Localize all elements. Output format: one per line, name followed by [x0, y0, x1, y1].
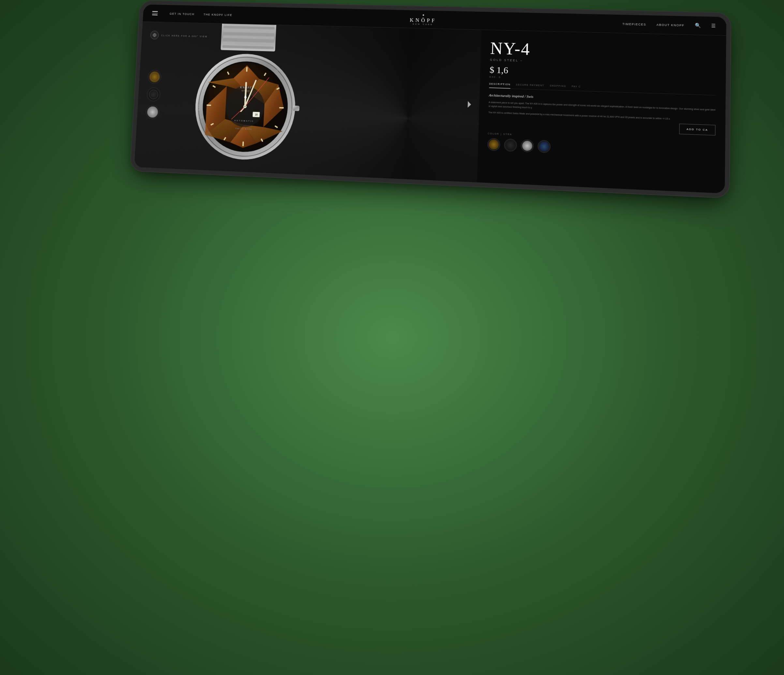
- thumbnail-watch-3: [147, 106, 158, 118]
- svg-rect-5: [215, 178, 267, 182]
- swatch-inner-silver: [522, 141, 533, 151]
- svg-text:XXV: XXV: [214, 67, 219, 70]
- product-info-panel: NY-4 GOLD STEEL – $ 1,6 EXC. S DESCRIPTI…: [477, 30, 726, 194]
- svg-rect-4: [213, 174, 269, 182]
- search-icon[interactable]: 🔍: [695, 23, 700, 29]
- nav-link-get-in-touch[interactable]: GET IN TOUCH: [170, 12, 194, 16]
- svg-rect-3: [212, 175, 271, 182]
- swatch-dark[interactable]: [504, 138, 517, 152]
- nav-link-timepieces[interactable]: TIMEPIECES: [622, 22, 646, 26]
- thumbnail-3[interactable]: [145, 105, 159, 119]
- nav-link-the-knopf-life[interactable]: THE KNOPF LIFE: [204, 13, 232, 17]
- swatch-brown[interactable]: [487, 138, 500, 151]
- svg-rect-50: [242, 141, 244, 146]
- svg-text:LX: LX: [244, 59, 250, 62]
- swatch-blue[interactable]: [538, 140, 551, 153]
- svg-text:25: 25: [241, 152, 244, 155]
- thumbnail-watch-1: [149, 71, 160, 83]
- svg-rect-47: [279, 107, 284, 109]
- svg-rect-53: [207, 105, 211, 106]
- swatch-inner-dark: [505, 140, 516, 151]
- swatch-inner-blue: [539, 141, 549, 152]
- svg-text:18: 18: [255, 113, 258, 116]
- svg-text:XV: XV: [289, 109, 293, 113]
- product-tabs: DESCRIPTION SECURE PAYMENT SHOPPING PAY …: [489, 83, 716, 95]
- tablet-wrapper: GET IN TOUCH THE KNOPF LIFE ✦ KNÖPF NEW …: [127, 10, 714, 179]
- tab-pay[interactable]: PAY C: [571, 85, 581, 91]
- svg-rect-6: [215, 180, 267, 182]
- website-content: GET IN TOUCH THE KNOPF LIFE ✦ KNÖPF NEW …: [134, 5, 726, 194]
- thumbnail-1[interactable]: [148, 70, 162, 84]
- swatch-silver[interactable]: [521, 139, 534, 152]
- view-360-icon: [150, 31, 159, 39]
- view-360-button[interactable]: CLICK HERE FOR A 360° VIEW: [150, 31, 208, 41]
- logo-crown: ✦: [410, 13, 437, 17]
- tablet-device: GET IN TOUCH THE KNOPF LIFE ✦ KNÖPF NEW …: [134, 5, 726, 194]
- swatch-inner-brown: [488, 140, 499, 150]
- hamburger-menu[interactable]: [152, 11, 158, 15]
- thumbnail-watch-2: [148, 88, 159, 100]
- svg-rect-70: [293, 106, 300, 111]
- product-nav-arrow[interactable]: [466, 99, 473, 111]
- tab-shopping[interactable]: SHOPPING: [550, 84, 566, 90]
- view-360-label: CLICK HERE FOR A 360° VIEW: [161, 34, 208, 37]
- svg-rect-44: [246, 67, 248, 72]
- thumbnail-strip: [145, 70, 161, 119]
- svg-line-2: [154, 34, 155, 37]
- tab-secure-payment[interactable]: SECURE PAYMENT: [516, 84, 544, 90]
- thumbnail-2[interactable]: [146, 87, 160, 102]
- user-icon[interactable]: ☰: [711, 23, 716, 29]
- logo-name: KNÖPF: [410, 17, 437, 24]
- svg-text:20: 20: [286, 119, 289, 122]
- tab-description[interactable]: DESCRIPTION: [489, 83, 510, 88]
- svg-text:40: 40: [201, 116, 204, 119]
- nav-logo[interactable]: ✦ KNÖPF NEW YORK: [410, 13, 437, 25]
- nav-links-right: TIMEPIECES ABOUT KNOPF 🔍 ☰: [622, 21, 716, 29]
- logo-location: NEW YORK: [410, 23, 437, 26]
- main-watch-image: LX 25 XXX XV XXV V 40 20: [151, 22, 340, 182]
- watch-display-area: CLICK HERE FOR A 360° VIEW: [134, 22, 482, 182]
- nav-links-left: GET IN TOUCH THE KNOPF LIFE: [170, 12, 232, 17]
- svg-marker-72: [468, 101, 471, 107]
- svg-text:XXX: XXX: [198, 104, 201, 111]
- nav-link-about-knopf[interactable]: ABOUT KNOPF: [656, 23, 684, 27]
- main-content: CLICK HERE FOR A 360° VIEW: [134, 22, 726, 194]
- add-to-cart-button[interactable]: ADD TO CA: [679, 124, 716, 135]
